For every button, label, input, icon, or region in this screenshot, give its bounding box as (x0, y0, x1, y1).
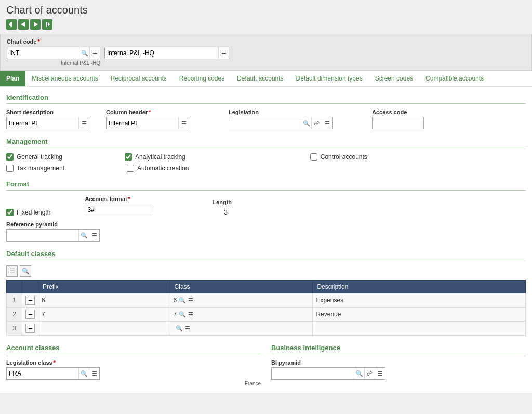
column-header-list-icon[interactable]: ☰ (178, 117, 189, 129)
general-tracking-label: General tracking (17, 153, 62, 161)
row1-search-icon[interactable]: 🔍 (179, 297, 186, 304)
tab-reporting[interactable]: Reporting codes (173, 71, 231, 86)
page-header: Chart of accounts (0, 0, 532, 32)
add-row-button[interactable]: ☰ (6, 265, 18, 277)
ref-pyramid-list-icon[interactable]: ☰ (89, 230, 99, 241)
account-format-label: Account format* (85, 196, 152, 202)
row1-list-icon[interactable]: ☰ (188, 297, 193, 304)
bottom-sections: Account classes Legislation class* 🔍 ☰ F… (6, 344, 526, 386)
tab-misc[interactable]: Miscellaneous accounts (25, 71, 104, 86)
format-title: Format (6, 180, 526, 191)
chart-code-bar: Chart code* 🔍 ☰ Internal P&L -HQ ☰ (0, 34, 532, 71)
chart-code-list-icon[interactable]: ☰ (89, 47, 100, 59)
fixed-length-checkbox[interactable] (6, 209, 14, 216)
tab-compatible[interactable]: Compatible accounts (419, 71, 490, 86)
cell-prefix-3 (38, 322, 170, 336)
svg-marker-5 (48, 22, 50, 27)
row3-search-icon[interactable]: 🔍 (176, 325, 183, 332)
row-num-2: 2 (7, 308, 22, 322)
tab-dimension[interactable]: Default dimension types (290, 71, 369, 86)
legislation-input[interactable] (229, 118, 301, 128)
legclass-search-icon[interactable]: 🔍 (78, 368, 89, 379)
control-accounts-item: Control accounts (310, 153, 367, 161)
account-format-input[interactable] (85, 204, 152, 216)
row-edit-btn-2[interactable]: ☰ (25, 310, 35, 319)
bi-pyramid-label: BI pyramid (271, 359, 526, 366)
general-tracking-checkbox[interactable] (6, 153, 14, 161)
legislation-container: 🔍 ☍ ☰ (229, 117, 332, 129)
management-title: Management (6, 138, 526, 148)
analytical-tracking-checkbox[interactable] (125, 153, 132, 161)
col-prefix: Prefix (38, 281, 170, 293)
tax-management-checkbox[interactable] (6, 165, 14, 172)
svg-marker-0 (9, 22, 11, 27)
short-desc-list-icon[interactable]: ☰ (78, 117, 89, 129)
content-area: Identification Short description ☰ Colum… (0, 87, 532, 393)
row-icon-2: ☰ (22, 308, 38, 322)
bi-pyramid-search-icon[interactable]: 🔍 (354, 368, 364, 379)
chart-description-list-icon[interactable]: ☰ (218, 47, 229, 59)
row-icon-1: ☰ (22, 293, 38, 308)
format-section: Format Fixed length Account format* Leng… (6, 180, 526, 242)
default-classes-title: Default classes (6, 250, 526, 260)
row-num-3: 3 (7, 322, 22, 336)
col-description: Description (313, 281, 526, 293)
short-desc-input[interactable] (7, 118, 78, 128)
bi-pyramid-input[interactable] (272, 369, 354, 378)
access-code-label: Access code (372, 109, 424, 115)
first-button[interactable] (6, 19, 17, 30)
cell-prefix-1: 6 (38, 293, 170, 308)
search-button[interactable]: 🔍 (20, 265, 31, 277)
prev-button[interactable] (18, 19, 29, 30)
row3-list-icon[interactable]: ☰ (185, 325, 190, 332)
cell-class-2: 7 🔍 ☰ (170, 308, 313, 322)
column-header-input[interactable] (107, 118, 178, 128)
format-row: Fixed length Account format* Length 3 (6, 196, 526, 216)
bi-title: Business intelligence (271, 344, 526, 354)
tab-screen[interactable]: Screen codes (369, 71, 419, 86)
ref-pyramid-search-icon[interactable]: 🔍 (78, 230, 89, 241)
legislation-list-icon[interactable]: ☰ (322, 117, 332, 129)
bi-pyramid-icon2[interactable]: ☍ (364, 368, 375, 379)
row-edit-btn-1[interactable]: ☰ (25, 296, 35, 305)
management-row1: General tracking Analytical tracking Con… (6, 153, 526, 161)
table-row: 2 ☰ 7 7 🔍 ☰ Revenue (7, 308, 526, 322)
last-button[interactable] (42, 19, 52, 30)
automatic-creation-checkbox[interactable] (127, 165, 134, 172)
chart-code-search-icon[interactable]: 🔍 (79, 47, 89, 59)
ref-pyramid-input[interactable] (7, 231, 78, 240)
row-edit-btn-3[interactable]: ☰ (25, 324, 35, 333)
legislation-search-icon[interactable]: 🔍 (301, 117, 311, 129)
control-accounts-checkbox[interactable] (310, 153, 317, 161)
col-num (7, 281, 22, 293)
chart-code-input[interactable] (7, 48, 79, 58)
access-code-input[interactable] (373, 118, 423, 128)
short-desc-block: Short description ☰ (6, 109, 89, 129)
default-classes-table: Prefix Class Description 1 ☰ 6 6 🔍 ☰ (6, 280, 526, 336)
analytical-tracking-item: Analytical tracking (125, 153, 185, 161)
chart-description-input[interactable] (105, 48, 218, 58)
bi-pyramid-block: BI pyramid 🔍 ☍ ☰ (271, 359, 526, 380)
legislation-class-input[interactable] (7, 369, 78, 378)
bi-pyramid-list-icon[interactable]: ☰ (375, 368, 385, 379)
required-star: * (37, 38, 39, 45)
tab-plan[interactable]: Plan (0, 71, 25, 86)
next-button[interactable] (30, 19, 41, 30)
legislation-block: Legislation 🔍 ☍ ☰ (229, 109, 332, 129)
legislation-label: Legislation (229, 109, 332, 115)
cell-prefix-2: 7 (38, 308, 170, 322)
automatic-creation-label: Automatic creation (137, 165, 189, 172)
length-block: Length 3 (212, 199, 232, 216)
ref-pyramid-container: 🔍 ☰ (6, 229, 100, 242)
length-value: 3 (212, 207, 232, 216)
cell-desc-1: Expenses (313, 293, 526, 308)
row2-list-icon[interactable]: ☰ (188, 311, 193, 318)
tab-default[interactable]: Default accounts (231, 71, 289, 86)
tab-reciprocal[interactable]: Reciprocal accounts (104, 71, 173, 86)
legislation-icon2[interactable]: ☍ (311, 117, 322, 129)
table-row: 3 ☰ 🔍 ☰ (7, 322, 526, 336)
cell-desc-3 (313, 322, 526, 336)
legclass-list-icon[interactable]: ☰ (89, 368, 99, 379)
row2-search-icon[interactable]: 🔍 (179, 311, 186, 318)
chart-code-field-group: 🔍 ☰ Internal P&L -HQ (7, 47, 100, 66)
